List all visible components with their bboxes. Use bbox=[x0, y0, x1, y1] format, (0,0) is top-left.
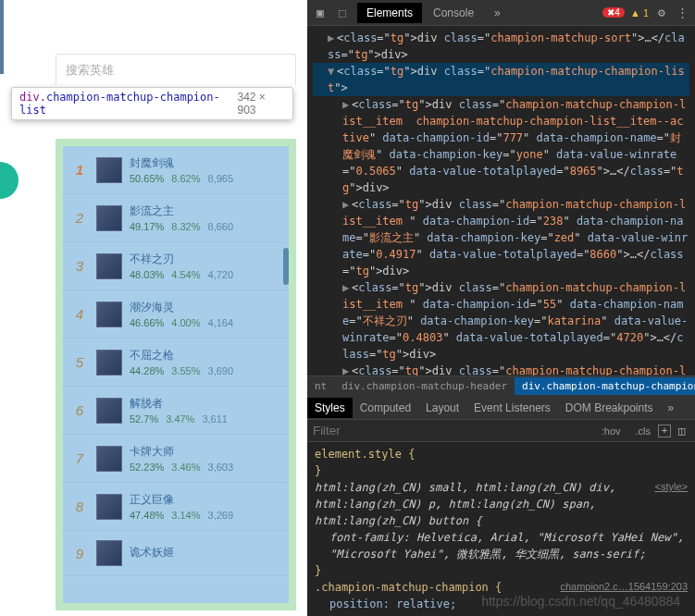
cls-toggle[interactable]: .cls bbox=[636, 425, 652, 437]
panel-toggle-icon[interactable]: ◫ bbox=[675, 424, 689, 438]
champion-list[interactable]: 1封魔剑魂50.65%8.62%8,9652影流之主49.17%8.32%8,6… bbox=[63, 146, 289, 603]
add-rule-button[interactable]: + bbox=[658, 425, 671, 437]
breadcrumb-item[interactable]: nt bbox=[307, 377, 334, 395]
styles-tab[interactable]: Computed bbox=[353, 398, 418, 418]
error-count-badge[interactable]: ✖ 4 bbox=[602, 7, 625, 18]
list-item[interactable]: 9诡术妖姬 bbox=[63, 531, 289, 576]
css-declaration[interactable]: font-family: Helvetica, Arial, "Microsof… bbox=[315, 529, 688, 562]
played-count: 3,690 bbox=[208, 365, 234, 376]
champion-avatar bbox=[96, 446, 122, 472]
list-item[interactable]: 8正义巨像47.48%3.14%3,269 bbox=[63, 483, 289, 531]
css-source-link[interactable]: champion2.c…1564159:203 bbox=[560, 579, 688, 595]
champion-name: 不祥之刃 bbox=[130, 252, 281, 267]
tab-elements[interactable]: Elements bbox=[357, 3, 422, 23]
styles-tab[interactable]: DOM Breakpoints bbox=[558, 398, 661, 418]
styles-tabs: StylesComputedLayoutEvent ListenersDOM B… bbox=[307, 396, 695, 420]
styles-tab[interactable]: Event Listeners bbox=[466, 398, 558, 418]
inspect-icon[interactable]: ▣ bbox=[313, 6, 328, 20]
list-item[interactable]: 1封魔剑魂50.65%8.62%8,965 bbox=[63, 146, 289, 194]
css-declaration[interactable]: position: relative; bbox=[315, 596, 688, 612]
pickrate: 4.00% bbox=[171, 317, 200, 328]
css-source-link[interactable]: <style> bbox=[655, 479, 688, 495]
tooltip-selector: div.champion-matchup-champion-list bbox=[19, 91, 238, 117]
dom-node[interactable]: ▼<class="tg">div class="champion-matchup… bbox=[313, 63, 689, 96]
css-rule: champion2.c…1564159:203 .champion-matchu… bbox=[315, 579, 688, 596]
champion-info: 正义巨像47.48%3.14%3,269 bbox=[130, 492, 281, 521]
kebab-icon[interactable]: ⋮ bbox=[675, 6, 689, 20]
styles-filter-row: :hov .cls + ◫ bbox=[307, 420, 695, 442]
champion-name: 影流之主 bbox=[130, 203, 281, 219]
pickrate: 3.46% bbox=[171, 462, 200, 473]
rank-number: 8 bbox=[70, 499, 89, 514]
list-item[interactable]: 7卡牌大师52.23%3.46%3,603 bbox=[63, 435, 289, 483]
dom-node[interactable]: ▶<class="tg">div class="champion-matchup… bbox=[313, 279, 689, 363]
champion-name: 卡牌大师 bbox=[130, 444, 281, 460]
rank-number: 3 bbox=[70, 258, 89, 274]
pickrate: 4.54% bbox=[171, 269, 200, 280]
styles-tab[interactable]: Styles bbox=[307, 398, 353, 418]
played-count: 3,611 bbox=[202, 413, 228, 425]
styles-filter-input[interactable] bbox=[313, 424, 594, 437]
rank-number: 9 bbox=[70, 546, 89, 561]
champion-info: 不祥之刃48.03%4.54%4,720 bbox=[130, 252, 281, 280]
champion-avatar bbox=[96, 350, 122, 376]
margin-highlight: 1封魔剑魂50.65%8.62%8,9652影流之主49.17%8.32%8,6… bbox=[56, 139, 296, 610]
winrate: 48.03% bbox=[130, 269, 164, 280]
expand-arrow[interactable]: ▶ bbox=[342, 363, 352, 376]
expand-arrow[interactable]: ▶ bbox=[342, 96, 352, 113]
tooltip-dimensions: 342 × 903 bbox=[238, 91, 286, 117]
elements-tree[interactable]: ▶<class="tg">div class="champion-matchup… bbox=[307, 26, 695, 376]
dom-node[interactable]: ▶<class="tg">div class="champion-matchup… bbox=[313, 96, 689, 196]
search-input[interactable]: 搜索英雄 bbox=[56, 54, 296, 85]
rank-number: 6 bbox=[70, 402, 89, 418]
expand-arrow[interactable]: ▼ bbox=[328, 63, 337, 80]
champion-avatar bbox=[96, 494, 122, 520]
dom-node[interactable]: ▶<class="tg">div class="champion-matchup… bbox=[313, 363, 689, 376]
played-count: 4,164 bbox=[208, 317, 234, 328]
inspect-tooltip: div.champion-matchup-champion-list 342 ×… bbox=[11, 87, 293, 120]
rank-number: 2 bbox=[70, 210, 89, 226]
list-item[interactable]: 4潮汐海灵46.66%4.00%4,164 bbox=[63, 290, 289, 339]
devtools-tabs: Elements Console » bbox=[357, 3, 510, 23]
expand-arrow[interactable]: ▶ bbox=[328, 30, 337, 46]
rank-number: 7 bbox=[70, 450, 89, 466]
winrate: 44.28% bbox=[130, 365, 164, 376]
warning-count-badge[interactable]: ▲ 1 bbox=[630, 7, 649, 18]
expand-arrow[interactable]: ▶ bbox=[342, 279, 352, 296]
list-item[interactable]: 5不屈之枪44.28%3.55%3,690 bbox=[63, 339, 289, 387]
list-item[interactable]: 6解脱者52.7%3.47%3,611 bbox=[63, 387, 289, 435]
list-item[interactable]: 2影流之主49.17%8.32%8,660 bbox=[63, 194, 289, 242]
css-rule: element.style { bbox=[315, 446, 688, 462]
champion-avatar bbox=[96, 540, 122, 566]
played-count: 8,965 bbox=[208, 173, 234, 184]
winrate: 50.65% bbox=[130, 173, 164, 184]
tab-more[interactable]: » bbox=[485, 3, 510, 23]
breadcrumb[interactable]: ntdiv.champion-matchup-headerdiv.champio… bbox=[307, 376, 695, 396]
expand-arrow[interactable]: ▶ bbox=[342, 196, 352, 213]
styles-tab[interactable]: » bbox=[661, 398, 682, 418]
list-item[interactable]: 3不祥之刃48.03%4.54%4,720 bbox=[63, 242, 289, 290]
tab-console[interactable]: Console bbox=[424, 3, 483, 23]
champion-info: 影流之主49.17%8.32%8,660 bbox=[130, 203, 281, 232]
winrate: 49.17% bbox=[130, 221, 164, 232]
breadcrumb-item[interactable]: div.champion-matchup-header bbox=[334, 377, 515, 395]
css-rule-close: } bbox=[315, 462, 688, 479]
champion-info: 不屈之枪44.28%3.55%3,690 bbox=[130, 348, 281, 376]
champion-info: 解脱者52.7%3.47%3,611 bbox=[130, 396, 281, 425]
champion-info: 潮汐海灵46.66%4.00%4,164 bbox=[130, 300, 281, 328]
champion-avatar bbox=[96, 205, 122, 231]
styles-body[interactable]: element.style { } <style> html:lang(zh_C… bbox=[307, 442, 695, 616]
champion-name: 不屈之枪 bbox=[130, 348, 281, 363]
dom-node[interactable]: ▶<class="tg">div class="champion-matchup… bbox=[313, 196, 689, 279]
rank-number: 4 bbox=[70, 306, 89, 322]
device-icon[interactable]: ⬚ bbox=[335, 6, 350, 20]
css-rule-close: } bbox=[315, 562, 688, 579]
pickrate: 3.14% bbox=[171, 510, 200, 521]
gear-icon[interactable]: ⚙ bbox=[654, 6, 669, 20]
hov-toggle[interactable]: :hov bbox=[602, 425, 621, 437]
styles-tab[interactable]: Layout bbox=[418, 398, 466, 418]
played-count: 8,660 bbox=[208, 221, 234, 232]
champion-avatar bbox=[96, 302, 122, 327]
dom-node[interactable]: ▶<class="tg">div class="champion-matchup… bbox=[313, 30, 689, 63]
breadcrumb-item[interactable]: div.champion-matchup-champion bbox=[515, 377, 695, 395]
